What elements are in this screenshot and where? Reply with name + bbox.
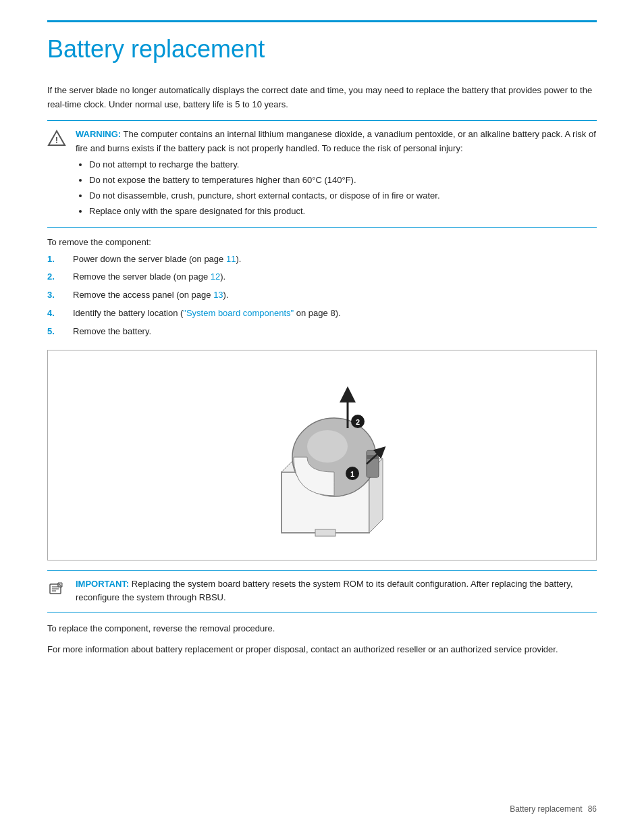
intro-text: If the server blade no longer automatica… [47,84,597,112]
step-4: 4. Identify the battery location ("Syste… [47,307,597,321]
step-5-text: Remove the battery. [73,325,151,339]
warning-content: WARNING: The computer contains an intern… [76,128,597,220]
battery-figure: 2 1 [47,350,597,561]
step-5: 5. Remove the battery. [47,325,597,339]
step-2-num: 2. [47,270,68,284]
step-3-num: 3. [47,288,68,303]
step-3: 3. Remove the access panel (on page 13). [47,288,597,303]
step-5-num: 5. [47,325,68,339]
step-1-text: Power down the server blade (on page 11)… [73,253,241,267]
svg-text:1: 1 [350,470,354,478]
steps-list: 1. Power down the server blade (on page … [47,253,597,339]
warning-bullet-3: Do not disassemble, crush, puncture, sho… [89,189,597,203]
step-3-text: Remove the access panel (on page 13). [73,288,229,303]
step-2: 2. Remove the server blade (on page 12). [47,270,597,284]
warning-bullet-1: Do not attempt to recharge the battery. [89,158,597,172]
top-rule [47,20,597,22]
important-text: Replacing the system board battery reset… [76,579,573,603]
step-3-link[interactable]: 13 [213,290,223,300]
warning-text: The computer contains an internal lithiu… [76,129,596,153]
warning-bullets: Do not attempt to recharge the battery. … [89,158,597,218]
page-title: Battery replacement [47,34,597,63]
svg-text:!: ! [55,135,58,145]
important-content: IMPORTANT: Replacing the system board ba… [76,577,597,606]
step-1-link[interactable]: 11 [226,254,236,264]
warning-bullet-4: Replace only with the spare designated f… [89,205,597,219]
step-4-text: Identify the battery location ("System b… [73,307,341,321]
footer-section-label: Battery replacement [510,804,582,814]
step-2-text: Remove the server blade (on page 12). [73,270,225,284]
warning-box: ! WARNING: The computer contains an inte… [47,120,597,228]
svg-rect-6 [315,529,336,536]
page-footer: Battery replacement 86 [510,804,597,814]
footer-page-num: 86 [588,804,597,814]
battery-diagram: 2 1 [234,357,410,553]
warning-bullet-2: Do not expose the battery to temperature… [89,174,597,188]
important-box: IMPORTANT: Replacing the system board ba… [47,570,597,613]
step-1: 1. Power down the server blade (on page … [47,253,597,267]
important-label: IMPORTANT: [76,579,129,589]
footer-text-1: To replace the component, reverse the re… [47,622,597,636]
footer-text-2: For more information about battery repla… [47,643,597,657]
svg-text:2: 2 [356,418,360,426]
svg-point-8 [307,430,348,463]
warning-icon: ! [47,129,66,150]
steps-intro: To remove the component: [47,237,597,247]
page-container: Battery replacement If the server blade … [0,0,644,834]
warning-label: WARNING: [76,129,121,139]
step-2-link[interactable]: 12 [211,271,220,282]
step-4-link[interactable]: "System board components" [183,308,294,318]
important-icon [47,579,66,600]
step-4-num: 4. [47,307,68,321]
step-1-num: 1. [47,253,68,267]
